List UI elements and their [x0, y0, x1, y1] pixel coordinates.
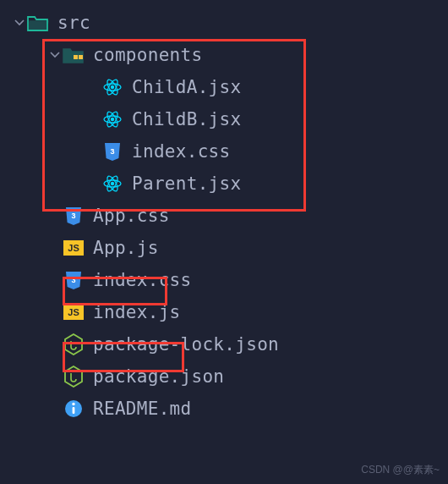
svg-text:3: 3 — [110, 147, 114, 156]
react-icon — [101, 108, 123, 130]
js-icon: JS — [63, 301, 85, 323]
folder-components-icon — [63, 44, 85, 66]
svg-rect-22 — [73, 407, 75, 414]
file-label: package-lock.json — [93, 328, 279, 360]
file-label: README.md — [93, 393, 192, 425]
tree-folder-components[interactable]: components — [0, 39, 448, 71]
tree-file[interactable]: package-lock.json — [0, 328, 448, 360]
react-icon — [101, 173, 123, 195]
tree-file[interactable]: JSindex.js — [0, 296, 448, 328]
svg-point-2 — [111, 85, 114, 89]
file-label: App.js — [93, 232, 159, 264]
tree-file[interactable]: ChildA.jsx — [0, 71, 448, 103]
node-icon — [63, 333, 85, 355]
css-icon: 3 — [101, 140, 123, 162]
tree-file[interactable]: 3index.css — [0, 135, 448, 168]
folder-label: src — [57, 7, 90, 39]
tree-file[interactable]: ChildB.jsx — [0, 103, 448, 135]
tree-file[interactable]: 3App.css — [0, 200, 448, 232]
svg-rect-0 — [74, 55, 78, 59]
folder-label: components — [93, 39, 202, 71]
file-label: index.css — [93, 264, 192, 296]
react-icon — [101, 76, 123, 98]
node-icon — [63, 366, 85, 388]
file-label: index.js — [93, 296, 181, 328]
file-label: package.json — [93, 360, 224, 393]
svg-text:JS: JS — [68, 307, 79, 317]
css-icon: 3 — [63, 269, 85, 291]
tree-file[interactable]: Parent.jsx — [0, 168, 448, 200]
svg-rect-1 — [79, 55, 83, 59]
js-icon: JS — [63, 237, 85, 259]
chevron-down-icon — [12, 18, 27, 28]
chevron-down-icon — [47, 50, 63, 60]
tree-file[interactable]: JSApp.js — [0, 232, 448, 264]
svg-text:3: 3 — [71, 212, 75, 220]
tree-folder-src[interactable]: src — [0, 7, 448, 39]
svg-point-23 — [72, 403, 74, 405]
svg-text:JS: JS — [68, 243, 79, 253]
tree-file[interactable]: README.md — [0, 393, 448, 425]
file-label: App.css — [93, 200, 170, 232]
css-icon: 3 — [63, 205, 85, 227]
watermark-text: CSDN @@素素~ — [361, 463, 440, 477]
tree-file[interactable]: package.json — [0, 360, 448, 393]
file-label: Parent.jsx — [132, 168, 241, 200]
folder-open-icon — [27, 12, 49, 34]
file-label: ChildA.jsx — [132, 71, 241, 103]
tree-file[interactable]: 3index.css — [0, 264, 448, 296]
file-explorer-tree: src components ChildA.jsxChildB.jsx3inde… — [0, 0, 448, 425]
file-label: ChildB.jsx — [132, 103, 241, 135]
svg-point-11 — [111, 182, 114, 185]
svg-text:3: 3 — [71, 276, 75, 284]
svg-point-6 — [111, 118, 114, 121]
file-label: index.css — [132, 135, 231, 168]
info-icon — [63, 398, 85, 420]
